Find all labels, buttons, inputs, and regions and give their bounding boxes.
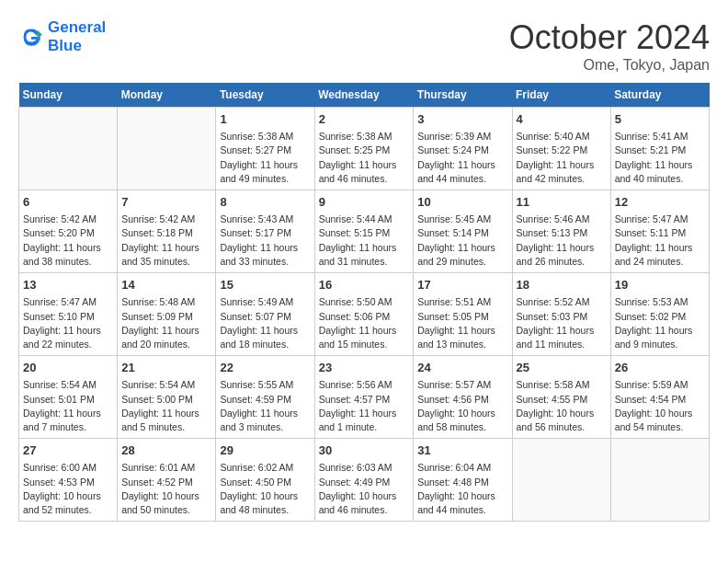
day-number: 23: [319, 360, 410, 376]
day-info: Sunrise: 5:53 AM Sunset: 5:02 PM Dayligh…: [615, 295, 705, 351]
day-info: Sunrise: 5:47 AM Sunset: 5:10 PM Dayligh…: [23, 295, 113, 351]
day-number: 4: [517, 111, 607, 128]
day-number: 26: [615, 360, 705, 376]
day-info: Sunrise: 5:42 AM Sunset: 5:18 PM Dayligh…: [121, 213, 211, 269]
calendar-cell: 27Sunrise: 6:00 AM Sunset: 4:53 PM Dayli…: [19, 439, 118, 522]
day-info: Sunrise: 5:54 AM Sunset: 5:00 PM Dayligh…: [121, 378, 211, 434]
calendar-cell: 15Sunrise: 5:49 AM Sunset: 5:07 PM Dayli…: [216, 273, 314, 356]
calendar-cell: 24Sunrise: 5:57 AM Sunset: 4:56 PM Dayli…: [414, 356, 512, 439]
day-number: 27: [23, 442, 113, 459]
calendar-cell: [19, 108, 118, 190]
day-info: Sunrise: 5:56 AM Sunset: 4:57 PM Dayligh…: [319, 378, 410, 434]
day-number: 2: [319, 111, 410, 128]
logo-icon: [18, 24, 44, 50]
week-row-4: 20Sunrise: 5:54 AM Sunset: 5:01 PM Dayli…: [19, 356, 710, 439]
day-info: Sunrise: 5:51 AM Sunset: 5:05 PM Dayligh…: [417, 295, 507, 351]
calendar-cell: 22Sunrise: 5:55 AM Sunset: 4:59 PM Dayli…: [216, 356, 314, 439]
weekday-header-friday: Friday: [512, 83, 610, 108]
week-row-2: 6Sunrise: 5:42 AM Sunset: 5:20 PM Daylig…: [19, 190, 710, 273]
calendar-cell: 4Sunrise: 5:40 AM Sunset: 5:22 PM Daylig…: [512, 108, 610, 190]
day-number: 21: [121, 360, 211, 376]
calendar-cell: 12Sunrise: 5:47 AM Sunset: 5:11 PM Dayli…: [610, 190, 709, 273]
calendar-cell: 31Sunrise: 6:04 AM Sunset: 4:48 PM Dayli…: [414, 439, 512, 522]
calendar-cell: 13Sunrise: 5:47 AM Sunset: 5:10 PM Dayli…: [19, 273, 118, 356]
day-number: 10: [417, 194, 507, 211]
calendar-cell: 28Sunrise: 6:01 AM Sunset: 4:52 PM Dayli…: [118, 439, 216, 522]
day-info: Sunrise: 5:43 AM Sunset: 5:17 PM Dayligh…: [220, 213, 310, 269]
day-number: 5: [615, 111, 705, 128]
calendar-cell: 2Sunrise: 5:38 AM Sunset: 5:25 PM Daylig…: [314, 108, 414, 190]
day-info: Sunrise: 5:59 AM Sunset: 4:54 PM Dayligh…: [615, 378, 705, 434]
calendar-cell: 23Sunrise: 5:56 AM Sunset: 4:57 PM Dayli…: [314, 356, 414, 439]
calendar-cell: 20Sunrise: 5:54 AM Sunset: 5:01 PM Dayli…: [19, 356, 118, 439]
day-number: 24: [417, 360, 507, 376]
weekday-header-wednesday: Wednesday: [314, 83, 414, 108]
day-info: Sunrise: 5:54 AM Sunset: 5:01 PM Dayligh…: [23, 378, 113, 434]
calendar-cell: 3Sunrise: 5:39 AM Sunset: 5:24 PM Daylig…: [414, 108, 512, 190]
day-info: Sunrise: 5:44 AM Sunset: 5:15 PM Dayligh…: [319, 213, 410, 269]
day-info: Sunrise: 5:45 AM Sunset: 5:14 PM Dayligh…: [417, 213, 507, 269]
day-number: 12: [615, 194, 705, 211]
day-number: 11: [517, 194, 607, 211]
location: Ome, Tokyo, Japan: [509, 57, 710, 74]
logo-text: General Blue: [48, 18, 106, 55]
month-title: October 2024: [509, 18, 710, 57]
day-info: Sunrise: 5:38 AM Sunset: 5:25 PM Dayligh…: [319, 130, 410, 186]
calendar-cell: 19Sunrise: 5:53 AM Sunset: 5:02 PM Dayli…: [610, 273, 709, 356]
calendar-cell: 16Sunrise: 5:50 AM Sunset: 5:06 PM Dayli…: [314, 273, 414, 356]
day-number: 1: [220, 111, 310, 128]
day-info: Sunrise: 5:42 AM Sunset: 5:20 PM Dayligh…: [23, 213, 113, 269]
calendar-cell: 5Sunrise: 5:41 AM Sunset: 5:21 PM Daylig…: [610, 108, 709, 190]
day-number: 30: [319, 442, 410, 459]
day-number: 13: [23, 277, 113, 293]
calendar-cell: 30Sunrise: 6:03 AM Sunset: 4:49 PM Dayli…: [314, 439, 414, 522]
day-info: Sunrise: 5:50 AM Sunset: 5:06 PM Dayligh…: [319, 295, 410, 351]
calendar-cell: [512, 439, 610, 522]
day-number: 18: [517, 277, 607, 293]
day-info: Sunrise: 5:58 AM Sunset: 4:55 PM Dayligh…: [517, 378, 607, 434]
calendar-cell: 17Sunrise: 5:51 AM Sunset: 5:05 PM Dayli…: [414, 273, 512, 356]
day-info: Sunrise: 6:02 AM Sunset: 4:50 PM Dayligh…: [220, 461, 310, 517]
calendar-cell: 9Sunrise: 5:44 AM Sunset: 5:15 PM Daylig…: [314, 190, 414, 273]
day-info: Sunrise: 5:40 AM Sunset: 5:22 PM Dayligh…: [517, 130, 607, 186]
day-info: Sunrise: 5:47 AM Sunset: 5:11 PM Dayligh…: [615, 213, 705, 269]
calendar-cell: 8Sunrise: 5:43 AM Sunset: 5:17 PM Daylig…: [216, 190, 314, 273]
calendar-cell: 18Sunrise: 5:52 AM Sunset: 5:03 PM Dayli…: [512, 273, 610, 356]
day-info: Sunrise: 5:55 AM Sunset: 4:59 PM Dayligh…: [220, 378, 310, 434]
day-number: 8: [220, 194, 310, 211]
day-info: Sunrise: 6:04 AM Sunset: 4:48 PM Dayligh…: [417, 461, 507, 517]
day-number: 31: [417, 442, 507, 459]
title-area: October 2024 Ome, Tokyo, Japan: [509, 18, 710, 74]
calendar-cell: 14Sunrise: 5:48 AM Sunset: 5:09 PM Dayli…: [118, 273, 216, 356]
day-number: 3: [417, 111, 507, 128]
page-header: General Blue October 2024 Ome, Tokyo, Ja…: [18, 18, 710, 74]
logo: General Blue: [18, 18, 106, 55]
day-info: Sunrise: 5:38 AM Sunset: 5:27 PM Dayligh…: [220, 130, 310, 186]
day-number: 29: [220, 442, 310, 459]
day-number: 25: [517, 360, 607, 376]
calendar-cell: 10Sunrise: 5:45 AM Sunset: 5:14 PM Dayli…: [414, 190, 512, 273]
calendar-cell: 7Sunrise: 5:42 AM Sunset: 5:18 PM Daylig…: [118, 190, 216, 273]
weekday-header-row: SundayMondayTuesdayWednesdayThursdayFrid…: [19, 83, 710, 108]
weekday-header-sunday: Sunday: [19, 83, 118, 108]
day-info: Sunrise: 5:49 AM Sunset: 5:07 PM Dayligh…: [220, 295, 310, 351]
week-row-1: 1Sunrise: 5:38 AM Sunset: 5:27 PM Daylig…: [19, 108, 710, 190]
week-row-3: 13Sunrise: 5:47 AM Sunset: 5:10 PM Dayli…: [19, 273, 710, 356]
calendar-table: SundayMondayTuesdayWednesdayThursdayFrid…: [18, 83, 710, 522]
day-number: 17: [417, 277, 507, 293]
calendar-cell: [118, 108, 216, 190]
calendar-cell: 29Sunrise: 6:02 AM Sunset: 4:50 PM Dayli…: [216, 439, 314, 522]
calendar-cell: 6Sunrise: 5:42 AM Sunset: 5:20 PM Daylig…: [19, 190, 118, 273]
day-number: 16: [319, 277, 410, 293]
day-number: 28: [121, 442, 211, 459]
weekday-header-thursday: Thursday: [414, 83, 512, 108]
day-number: 7: [121, 194, 211, 211]
day-number: 20: [23, 360, 113, 376]
calendar-cell: 1Sunrise: 5:38 AM Sunset: 5:27 PM Daylig…: [216, 108, 314, 190]
day-info: Sunrise: 5:39 AM Sunset: 5:24 PM Dayligh…: [417, 130, 507, 186]
weekday-header-saturday: Saturday: [610, 83, 709, 108]
day-number: 9: [319, 194, 410, 211]
day-info: Sunrise: 5:41 AM Sunset: 5:21 PM Dayligh…: [615, 130, 705, 186]
day-info: Sunrise: 5:52 AM Sunset: 5:03 PM Dayligh…: [517, 295, 607, 351]
calendar-cell: 11Sunrise: 5:46 AM Sunset: 5:13 PM Dayli…: [512, 190, 610, 273]
